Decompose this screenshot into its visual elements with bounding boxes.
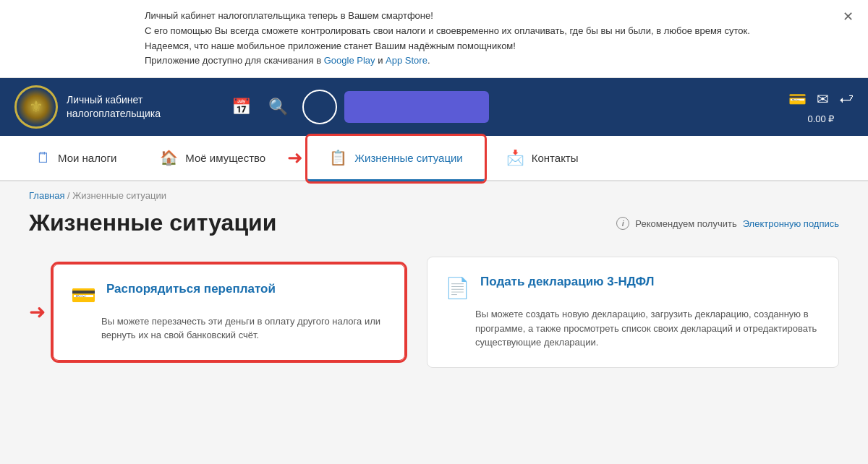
card-declaration[interactable]: 📄 Подать декларацию 3-НДФЛ Вы можете соз… [427,257,839,368]
header: ⚜ Личный кабинет налогоплательщика 📅 🔍 💳… [0,78,868,136]
page-content: Жизненные ситуации i Рекомендуем получит… [0,210,868,397]
notification-line4: Приложение доступно для скачивания в Goo… [145,53,839,69]
overpayment-icon: 💳 [71,283,96,307]
cards-row: ➜ 💳 Распорядиться переплатой Вы можете п… [29,257,839,368]
card-declaration-header: 📄 Подать декларацию 3-НДФЛ [445,275,821,300]
situations-icon: 📋 [329,149,347,166]
search-icon[interactable]: 🔍 [268,98,288,116]
tab-property[interactable]: 🏠 Моё имущество [138,136,287,181]
mail-icon[interactable]: ✉ [817,90,829,108]
breadcrumb-home[interactable]: Главная [29,190,64,201]
breadcrumb: Главная / Жизненные ситуации [0,181,868,210]
tab-situations-label: Жизненные ситуации [354,152,463,164]
close-notification-button[interactable]: ✕ [843,9,854,25]
declaration-icon: 📄 [445,276,470,300]
notification-line2: С его помощью Вы всегда сможете контроли… [145,24,839,39]
app-store-link[interactable]: App Store [386,55,427,66]
property-icon: 🏠 [160,149,178,166]
page-header: Жизненные ситуации i Рекомендуем получит… [29,210,839,236]
notification-line3: Надеемся, что наше мобильное приложение … [145,39,839,54]
notification-line1: Личный кабинет налогоплательщика теперь … [145,9,839,24]
tab-property-label: Моё имущество [185,152,265,164]
recommend-prefix: Рекомендуем получить [635,218,736,229]
notification-download-prefix: Приложение доступно для скачивания в [145,55,324,66]
page-title: Жизненные ситуации [29,210,276,236]
user-name-block [344,91,489,123]
tab-situations[interactable]: 📋 Жизненные ситуации [307,136,485,181]
card-overpayment-title: Распорядиться переплатой [106,282,276,296]
taxes-icon: 🗒 [36,150,51,166]
card-overpayment-header: 💳 Распорядиться переплатой [71,282,387,307]
logo-area: ⚜ Личный кабинет налогоплательщика [14,85,203,129]
balance-display: 0.00 ₽ [808,113,835,124]
logo-text: Личный кабинет налогоплательщика [67,93,161,121]
card-declaration-title: Подать декларацию 3-НДФЛ [480,275,654,289]
nav-arrow-annotation: ➜ [287,147,303,169]
card-arrow-annotation: ➜ [29,300,46,324]
nav-tabs: 🗒 Мои налоги 🏠 Моё имущество ➜ 📋 Жизненн… [0,136,868,181]
breadcrumb-current: Жизненные ситуации [72,190,166,201]
card-overpayment[interactable]: 💳 Распорядиться переплатой Вы можете пер… [53,264,405,361]
tab-contacts[interactable]: 📩 Контакты [485,136,600,181]
card-overpayment-wrapper: ➜ 💳 Распорядиться переплатой Вы можете п… [29,257,405,368]
tab-taxes-label: Мои налоги [58,152,116,164]
electronic-signature-link[interactable]: Электронную подпись [743,218,839,229]
wallet-icon[interactable]: 💳 [788,90,807,108]
calendar-icon[interactable]: 📅 [231,98,251,116]
avatar [302,90,337,124]
card-declaration-desc: Вы можете создать новую декларацию, загр… [475,307,821,350]
recommend-block: i Рекомендуем получить Электронную подпи… [616,217,839,230]
card-overpayment-desc: Вы можете перезачесть эти деньги в оплат… [101,314,387,343]
logo-emblem: ⚜ [14,85,58,129]
logout-icon[interactable]: ⮐ [839,90,854,107]
info-icon: i [616,217,629,230]
tab-contacts-label: Контакты [532,152,579,164]
google-play-link[interactable]: Google Play [324,55,375,66]
header-icons: 📅 🔍 [231,98,288,116]
tab-taxes[interactable]: 🗒 Мои налоги [14,136,138,181]
header-right: 💳 ✉ ⮐ 0.00 ₽ [788,90,854,124]
notification-banner: Личный кабинет налогоплательщика теперь … [0,0,868,78]
breadcrumb-separator: / [64,190,72,201]
contacts-icon: 📩 [506,149,524,166]
